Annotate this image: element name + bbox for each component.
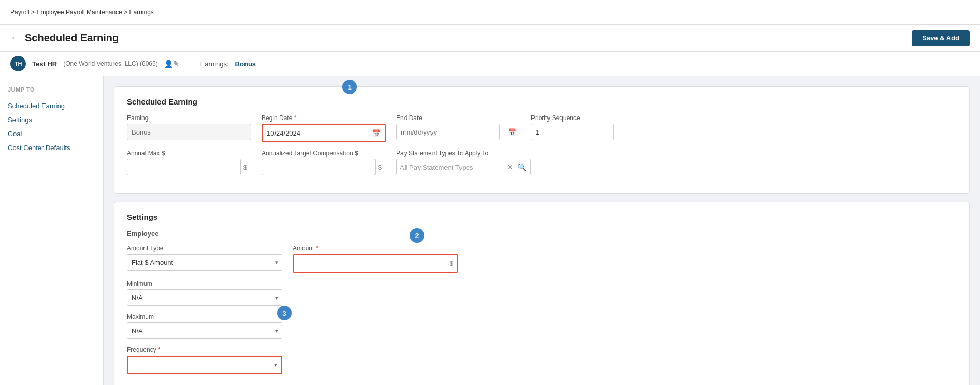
pay-statement-clear-button[interactable]: ✕ [506, 162, 514, 172]
breadcrumb-employee-payroll[interactable]: Employee Payroll Maintenance [36, 9, 122, 16]
minimum-select[interactable]: N/A [127, 289, 282, 306]
step-badge-1: 1 [342, 80, 357, 94]
save-add-button[interactable]: Save & Add [912, 30, 970, 46]
minimum-label: Minimum [127, 280, 282, 287]
back-button[interactable]: ← [10, 33, 20, 43]
end-date-calendar-icon[interactable]: 📅 [508, 128, 516, 136]
maximum-label: Maximum [127, 313, 282, 320]
annual-max-label: Annual Max $ [127, 150, 251, 157]
end-date-wrapper: 📅 [396, 124, 521, 140]
step-badge-3: 3 [277, 306, 292, 320]
annualized-target-wrapper: $ [262, 159, 386, 175]
content-area: 1 Scheduled Earning Earning Begin Date 📅 [104, 76, 980, 385]
main-layout: JUMP TO Scheduled Earning Settings Goal … [0, 76, 980, 385]
sidebar-item-cost-center-defaults[interactable]: Cost Center Defaults [8, 141, 95, 155]
earning-group: Earning [127, 114, 251, 140]
maximum-group: Maximum N/A ▾ [127, 313, 282, 339]
sidebar-item-settings[interactable]: Settings [8, 113, 95, 127]
top-bar: Payroll > Employee Payroll Maintenance >… [0, 0, 980, 25]
sidebar-item-scheduled-earning[interactable]: Scheduled Earning [8, 99, 95, 113]
begin-date-label: Begin Date [262, 114, 386, 122]
page-header: ← Scheduled Earning Save & Add [0, 25, 980, 52]
end-date-label: End Date [396, 114, 521, 122]
frequency-label: Frequency [127, 346, 282, 353]
amount-type-wrapper: Flat $ Amount Percentage Hours ▾ [127, 254, 282, 271]
minimum-wrapper: N/A ▾ [127, 289, 282, 306]
form-row-1: Earning Begin Date 📅 End Date [127, 114, 957, 142]
page-title: Scheduled Earning [25, 32, 119, 44]
amount-type-select[interactable]: Flat $ Amount Percentage Hours [127, 254, 282, 271]
amount-label: Amount [293, 245, 458, 252]
settings-form-row-3: 3 Maximum N/A ▾ [127, 313, 957, 339]
pay-statement-search-button[interactable]: 🔍 [516, 162, 527, 172]
employee-name: Test HR [32, 60, 57, 68]
annualized-target-dollar-icon: $ [378, 164, 382, 171]
pay-statement-value: All Pay Statement Types [400, 164, 504, 171]
annual-max-dollar-icon: $ [243, 164, 247, 171]
end-date-input[interactable] [396, 124, 500, 140]
amount-dollar-icon: $ [450, 260, 453, 268]
end-date-group: End Date 📅 [396, 114, 521, 140]
priority-sequence-input[interactable] [531, 124, 614, 140]
settings-section: Settings Employee 2 Amount Type Flat $ A… [114, 202, 970, 385]
begin-date-wrapper: 📅 [262, 124, 386, 142]
settings-form-row-1: Amount Type Flat $ Amount Percentage Hou… [127, 245, 957, 273]
step-badge-2: 2 [410, 228, 424, 243]
settings-form-row-4: Frequency ▾ [127, 346, 957, 374]
annual-max-input[interactable] [127, 159, 241, 175]
person-icon[interactable]: 👤✎ [164, 60, 179, 68]
begin-date-input[interactable] [263, 125, 366, 141]
pay-statement-field[interactable]: All Pay Statement Types ✕ 🔍 [396, 159, 531, 175]
earning-input[interactable] [127, 124, 251, 140]
amount-input[interactable] [294, 255, 444, 272]
maximum-select[interactable]: N/A [127, 322, 282, 339]
breadcrumb: Payroll > Employee Payroll Maintenance >… [10, 9, 154, 16]
avatar: TH [10, 56, 26, 71]
amount-type-group: Amount Type Flat $ Amount Percentage Hou… [127, 245, 282, 271]
settings-title: Settings [127, 213, 957, 221]
page-title-row: ← Scheduled Earning [10, 32, 119, 44]
annualized-target-label: Annualized Target Compensation $ [262, 150, 386, 157]
form-row-2: Annual Max $ $ Annualized Target Compens… [127, 150, 957, 175]
employee-bar: TH Test HR (One World Ventures, LLC) (60… [0, 52, 980, 76]
amount-wrapper: $ [293, 254, 458, 273]
annual-max-wrapper: $ [127, 159, 251, 175]
annualized-target-group: Annualized Target Compensation $ $ [262, 150, 386, 175]
earning-label: Earning [127, 114, 251, 122]
begin-date-calendar-icon[interactable]: 📅 [372, 129, 381, 137]
frequency-wrapper: ▾ [127, 356, 282, 374]
earnings-label: Earnings: [200, 60, 229, 68]
annualized-target-input[interactable] [262, 159, 376, 175]
employee-subsection-label: Employee [127, 230, 957, 238]
earnings-value: Bonus [235, 60, 256, 68]
amount-type-label: Amount Type [127, 245, 282, 252]
priority-sequence-label: Priority Sequence [531, 114, 614, 122]
breadcrumb-earnings[interactable]: Earnings [129, 9, 153, 16]
maximum-wrapper: N/A ▾ [127, 322, 282, 339]
breadcrumb-payroll[interactable]: Payroll [10, 9, 30, 16]
priority-sequence-group: Priority Sequence [531, 114, 614, 140]
begin-date-group: Begin Date 📅 [262, 114, 386, 142]
frequency-group: Frequency ▾ [127, 346, 282, 374]
amount-group: Amount $ [293, 245, 458, 273]
sidebar: JUMP TO Scheduled Earning Settings Goal … [0, 76, 104, 385]
scheduled-earning-section: 1 Scheduled Earning Earning Begin Date 📅 [114, 86, 970, 194]
annual-max-group: Annual Max $ $ [127, 150, 251, 175]
sidebar-item-goal[interactable]: Goal [8, 127, 95, 141]
settings-form-row-2: Minimum N/A ▾ [127, 280, 957, 306]
employee-company: (One World Ventures, LLC) (6065) [63, 60, 158, 67]
minimum-group: Minimum N/A ▾ [127, 280, 282, 306]
sidebar-jump-label: JUMP TO [8, 86, 95, 93]
frequency-select[interactable] [128, 357, 281, 373]
scheduled-earning-title: Scheduled Earning [127, 97, 957, 106]
pay-statement-group: Pay Statement Types To Apply To All Pay … [396, 150, 541, 175]
pay-statement-label: Pay Statement Types To Apply To [396, 150, 541, 157]
vertical-divider [190, 58, 190, 69]
pay-statement-icons: ✕ 🔍 [506, 162, 527, 172]
